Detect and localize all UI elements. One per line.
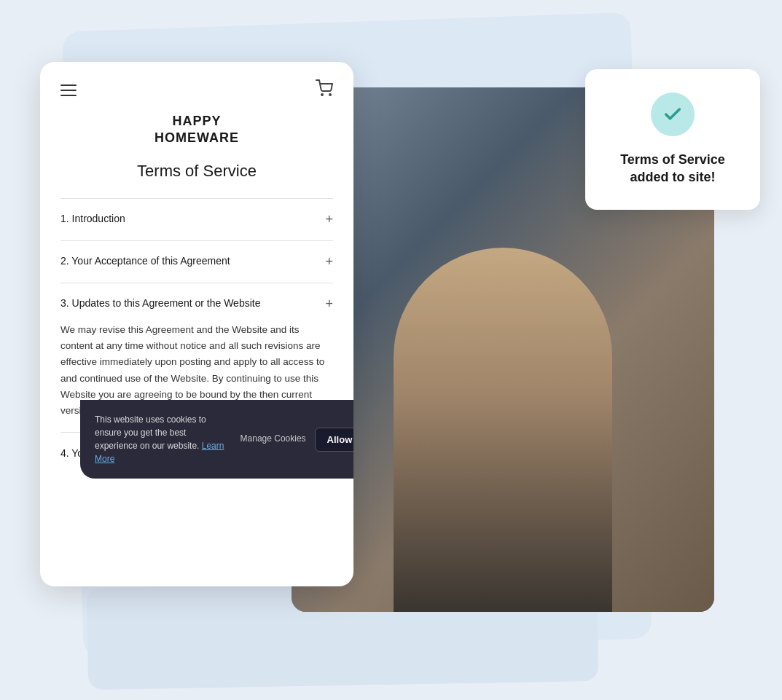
- accordion-label-1: 1. Introduction: [60, 212, 125, 227]
- accordion-expand-icon-3: +: [325, 296, 333, 312]
- scene: Happy Homeware Terms of Service 1. Intro…: [0, 0, 782, 700]
- accordion-header-3[interactable]: 3. Updates to this Agreement or the Webs…: [60, 296, 333, 312]
- accordion-header-2[interactable]: 2. Your Acceptance of this Agreement +: [60, 254, 333, 270]
- svg-point-0: [321, 94, 323, 95]
- page-title: Terms of Service: [40, 162, 353, 198]
- cookie-text: This website uses cookies to ensure you …: [95, 413, 229, 465]
- accordion-expand-icon-1: +: [325, 212, 333, 227]
- success-icon-circle: [651, 93, 695, 136]
- svg-point-1: [329, 94, 331, 95]
- main-card: Happy Homeware Terms of Service 1. Intro…: [40, 62, 353, 586]
- accordion: 1. Introduction + 2. Your Acceptance of …: [40, 198, 353, 586]
- accordion-label-3: 3. Updates to this Agreement or the Webs…: [60, 296, 260, 311]
- checkmark-icon: [662, 104, 683, 125]
- brand-name: Happy Homeware: [60, 113, 333, 147]
- accordion-item-1: 1. Introduction +: [60, 198, 333, 240]
- accordion-header-1[interactable]: 1. Introduction +: [60, 212, 333, 227]
- accordion-expand-icon-2: +: [325, 254, 333, 270]
- success-title: Terms of Service added to site!: [606, 151, 740, 186]
- cookie-banner: This website uses cookies to ensure you …: [80, 400, 353, 479]
- cart-icon[interactable]: [316, 79, 333, 101]
- cookie-actions: Manage Cookies Allow All: [241, 428, 353, 452]
- allow-all-button[interactable]: Allow All: [315, 428, 353, 452]
- success-card: Terms of Service added to site!: [585, 69, 760, 210]
- hamburger-menu-button[interactable]: [60, 84, 77, 96]
- manage-cookies-button[interactable]: Manage Cookies: [241, 433, 306, 445]
- card-header: [40, 62, 353, 113]
- brand-logo: Happy Homeware: [40, 113, 353, 162]
- accordion-item-2: 2. Your Acceptance of this Agreement +: [60, 240, 333, 283]
- accordion-label-2: 2. Your Acceptance of this Agreement: [60, 254, 230, 269]
